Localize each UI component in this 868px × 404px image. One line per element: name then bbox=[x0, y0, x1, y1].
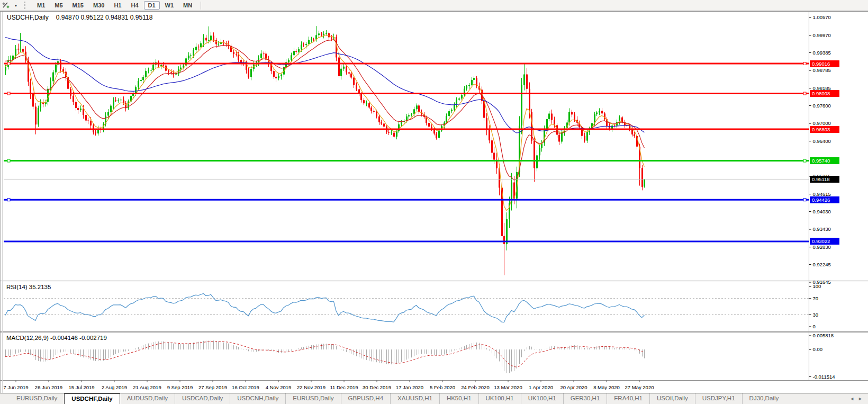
svg-text:0.92245: 0.92245 bbox=[813, 262, 831, 267]
timeframe-button-w1[interactable]: W1 bbox=[161, 1, 178, 10]
symbol-period-label: USDCHF,Daily bbox=[7, 14, 49, 21]
price-level-tag-0.96803[interactable]: 0.96803 bbox=[810, 126, 839, 133]
chart-title: USDCHF,Daily0.94870 0.95122 0.94831 0.95… bbox=[7, 14, 152, 21]
timeframe-button-m30[interactable]: M30 bbox=[89, 1, 108, 10]
svg-text:0.97600: 0.97600 bbox=[813, 103, 831, 109]
rsi-indicator-label: RSI(14) 35.2135 bbox=[6, 284, 51, 290]
svg-text:11 Dec 2019: 11 Dec 2019 bbox=[330, 384, 358, 390]
chart-tab-gbpusd-h4[interactable]: GBPUSD,H4 bbox=[341, 393, 390, 404]
svg-text:0.99970: 0.99970 bbox=[813, 32, 831, 38]
svg-text:0.98785: 0.98785 bbox=[813, 67, 831, 73]
chart-tab-uk100-h1[interactable]: UK100,H1 bbox=[521, 393, 563, 404]
chart-tab-usoil-daily[interactable]: USOil,Daily bbox=[649, 393, 695, 404]
svg-text:15 Jul 2019: 15 Jul 2019 bbox=[68, 384, 94, 390]
svg-text:0.005818: 0.005818 bbox=[813, 333, 834, 338]
timeframe-button-h4[interactable]: H4 bbox=[126, 1, 142, 10]
svg-text:30: 30 bbox=[813, 312, 819, 318]
ohlc-values: 0.94870 0.95122 0.94831 0.95118 bbox=[56, 14, 153, 21]
chart-tab-hk50-h1[interactable]: HK50,H1 bbox=[439, 393, 478, 404]
svg-text:7 Jun 2019: 7 Jun 2019 bbox=[3, 384, 28, 390]
chart-tab-audusd-daily[interactable]: AUDUSD,Daily bbox=[120, 393, 175, 404]
tabs-scroll-right-icon[interactable]: ► bbox=[858, 396, 863, 401]
chart-tab-usdcad-daily[interactable]: USDCAD,Daily bbox=[175, 393, 230, 404]
svg-text:4 Nov 2019: 4 Nov 2019 bbox=[266, 384, 292, 390]
chart-tab-eurusd-daily[interactable]: EURUSD,Daily bbox=[285, 393, 340, 404]
drawing-tool-icon[interactable] bbox=[2, 1, 11, 10]
timeframe-button-mn[interactable]: MN bbox=[179, 1, 196, 10]
chart-tab-xauusd-h1[interactable]: XAUUSD,H1 bbox=[390, 393, 439, 404]
chart-tab-usdchf-daily[interactable]: USDCHF,Daily bbox=[64, 393, 120, 404]
timeframe-button-m1[interactable]: M1 bbox=[33, 1, 49, 10]
svg-text:24 Feb 2020: 24 Feb 2020 bbox=[461, 384, 489, 390]
svg-text:0.00: 0.00 bbox=[813, 346, 823, 352]
svg-text:26 Jun 2019: 26 Jun 2019 bbox=[35, 384, 62, 390]
chart-tab-fra40-h1[interactable]: FRA40,H1 bbox=[607, 393, 649, 404]
toolbar-grip[interactable] bbox=[24, 2, 28, 9]
svg-text:0.93430: 0.93430 bbox=[813, 226, 831, 232]
toolbar-separator bbox=[201, 2, 201, 10]
price-level-tag-0.98008[interactable]: 0.98008 bbox=[810, 90, 839, 97]
timeframe-button-d1[interactable]: D1 bbox=[144, 1, 160, 10]
macd-indicator-label: MACD(12,26,9) -0.004146 -0.002719 bbox=[6, 335, 107, 341]
price-level-tag-0.99016[interactable]: 0.99016 bbox=[810, 60, 839, 67]
bid-price-tag[interactable]: 0.95118 bbox=[810, 176, 839, 183]
price-level-tag-0.95740[interactable]: 0.95740 bbox=[810, 157, 839, 164]
timeframe-button-m15[interactable]: M15 bbox=[68, 1, 88, 10]
chart-tab-uk100-h1[interactable]: UK100,H1 bbox=[478, 393, 521, 404]
chart-tab-usdcnh-daily[interactable]: USDCNH,Daily bbox=[230, 393, 285, 404]
svg-text:17 Jan 2020: 17 Jan 2020 bbox=[396, 384, 423, 390]
timeframe-button-h1[interactable]: H1 bbox=[110, 1, 125, 10]
svg-text:5 Feb 2020: 5 Feb 2020 bbox=[430, 384, 455, 390]
svg-text:30 Dec 2019: 30 Dec 2019 bbox=[363, 384, 391, 390]
svg-text:0.96400: 0.96400 bbox=[813, 138, 831, 144]
svg-text:100: 100 bbox=[813, 283, 821, 289]
svg-text:0.99385: 0.99385 bbox=[813, 50, 831, 56]
price-level-tag-0.93022[interactable]: 0.93022 bbox=[810, 238, 839, 245]
chart-tab-bar: EURUSD,DailyUSDCHF,DailyAUDUSD,DailyUSDC… bbox=[0, 393, 868, 404]
svg-text:2 Aug 2019: 2 Aug 2019 bbox=[102, 384, 127, 390]
svg-text:8 May 2020: 8 May 2020 bbox=[593, 384, 620, 390]
svg-text:0.94030: 0.94030 bbox=[813, 209, 831, 214]
svg-text:1.00570: 1.00570 bbox=[813, 14, 831, 20]
svg-text:16 Oct 2019: 16 Oct 2019 bbox=[232, 384, 259, 390]
toolbar-dropdown-arrow-icon[interactable]: ▾ bbox=[13, 3, 19, 8]
svg-text:22 Nov 2019: 22 Nov 2019 bbox=[297, 384, 326, 390]
svg-text:70: 70 bbox=[813, 295, 819, 301]
svg-text:13 Mar 2020: 13 Mar 2020 bbox=[494, 384, 522, 390]
chart-tab-dj30-daily[interactable]: DJ30,Daily bbox=[742, 393, 786, 404]
timeframe-button-m5[interactable]: M5 bbox=[50, 1, 67, 10]
svg-text:20 Apr 2020: 20 Apr 2020 bbox=[560, 384, 587, 390]
chart-tab-ger30-h1[interactable]: GER30,H1 bbox=[563, 393, 607, 404]
tabs-scroll-left-icon[interactable]: ◄ bbox=[849, 396, 854, 401]
chart-tab-eurusd-daily[interactable]: EURUSD,Daily bbox=[10, 393, 64, 404]
svg-text:1 Apr 2020: 1 Apr 2020 bbox=[529, 384, 553, 390]
chart-canvas[interactable]: 1.005700.999700.993850.987850.981850.976… bbox=[0, 11, 868, 393]
svg-text:0.97000: 0.97000 bbox=[813, 120, 831, 126]
mt4-terminal: ▾ M1M5M15M30H1H4D1W1MN 1.005700.999700.9… bbox=[0, 0, 868, 404]
svg-text:0.92830: 0.92830 bbox=[813, 244, 831, 250]
price-level-tag-0.94426[interactable]: 0.94426 bbox=[810, 196, 839, 203]
svg-text:27 May 2020: 27 May 2020 bbox=[625, 384, 654, 390]
chart-tab-usdjpy-h1[interactable]: USDJPY,H1 bbox=[695, 393, 742, 404]
timeframe-toolbar: ▾ M1M5M15M30H1H4D1W1MN bbox=[0, 0, 868, 11]
svg-text:9 Sep 2019: 9 Sep 2019 bbox=[167, 384, 193, 390]
svg-text:21 Aug 2019: 21 Aug 2019 bbox=[133, 384, 161, 390]
svg-text:-0.011514: -0.011514 bbox=[813, 374, 835, 380]
svg-text:27 Sep 2019: 27 Sep 2019 bbox=[198, 384, 227, 390]
svg-text:0: 0 bbox=[813, 324, 816, 329]
